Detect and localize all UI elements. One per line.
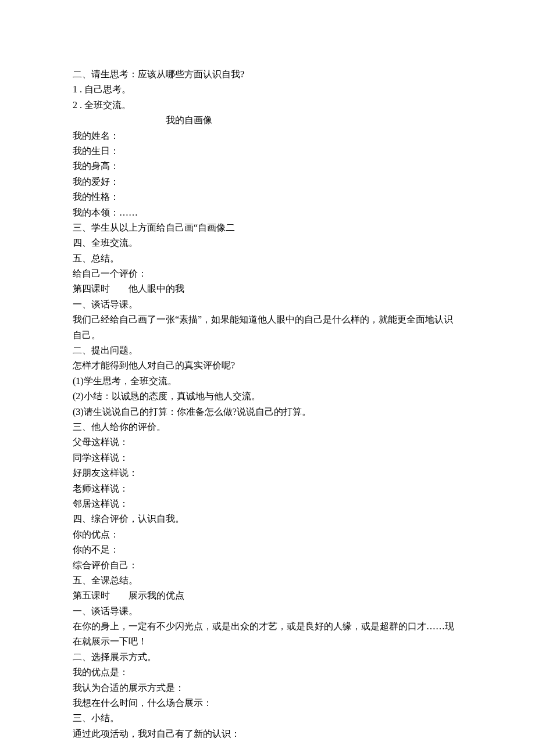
text-line: (2)小结：以诚恳的态度，真诚地与他人交流。	[73, 389, 462, 404]
text-line: 在你的身上，一定有不少闪光点，或是出众的才艺，或是良好的人缘，或是超群的口才………	[73, 619, 462, 650]
text-line: 我的自画像	[73, 113, 462, 128]
text-line: 邻居这样说：	[73, 496, 462, 511]
text-line: 第四课时 他人眼中的我	[73, 281, 462, 296]
text-line: 通过此项活动，我对自己有了新的认识：	[73, 726, 462, 741]
text-line: 同学这样说：	[73, 450, 462, 465]
text-line: 我的本领：……	[73, 205, 462, 220]
text-line: 综合评价自己：	[73, 558, 462, 573]
text-line: 你的不足：	[73, 542, 462, 557]
text-line: 2 . 全班交流。	[73, 98, 462, 113]
text-line: 我的生日：	[73, 144, 462, 159]
text-line: 我想在什么时间，什么场合展示：	[73, 696, 462, 711]
text-line: 我的身高：	[73, 159, 462, 174]
text-line: 二、请生思考：应该从哪些方面认识自我?	[73, 67, 462, 82]
text-line: (3)请生说说自己的打算：你准备怎么做?说说自己的打算。	[73, 404, 462, 420]
text-line: 五、全课总结。	[73, 573, 462, 588]
text-line: 四、全班交流。	[73, 235, 462, 250]
text-line: 老师这样说：	[73, 481, 462, 496]
text-line: 我认为合适的展示方式是：	[73, 680, 462, 696]
text-line: 一、谈话导课。	[73, 604, 462, 619]
text-line: 1 . 自己思考。	[73, 82, 462, 97]
text-line: 二、提出问题。	[73, 343, 462, 358]
text-line: 三、学生从以上方面给自己画“自画像二	[73, 220, 462, 235]
text-line: 我的姓名：	[73, 128, 462, 144]
document-page: 二、请生思考：应该从哪些方面认识自我?1 . 自己思考。2 . 全班交流。我的自…	[0, 0, 535, 756]
text-line: 父母这样说：	[73, 435, 462, 450]
text-line: 二、选择展示方式。	[73, 650, 462, 665]
document-content: 二、请生思考：应该从哪些方面认识自我?1 . 自己思考。2 . 全班交流。我的自…	[73, 67, 462, 741]
text-line: 我的优点是：	[73, 665, 462, 680]
text-line: 三、小结。	[73, 711, 462, 726]
text-line: 五、总结。	[73, 251, 462, 266]
text-line: 四、综合评价，认识自我。	[73, 511, 462, 526]
text-line: 我的爱好：	[73, 174, 462, 189]
text-line: 给自己一个评价：	[73, 266, 462, 281]
text-line: 你的优点：	[73, 527, 462, 542]
text-line: 好朋友这样说：	[73, 465, 462, 481]
text-line: 三、他人给你的评价。	[73, 420, 462, 435]
text-line: 第五课时 展示我的优点	[73, 588, 462, 603]
text-line: 我的性格：	[73, 189, 462, 205]
text-line: 怎样才能得到他人对自己的真实评价呢?	[73, 358, 462, 373]
text-line: (1)学生思考，全班交流。	[73, 374, 462, 389]
text-line: 一、谈话导课。	[73, 297, 462, 312]
text-line: 我们己经给自己画了一张“素描”，如果能知道他人眼中的自己是什么样的，就能更全面地…	[73, 312, 462, 343]
